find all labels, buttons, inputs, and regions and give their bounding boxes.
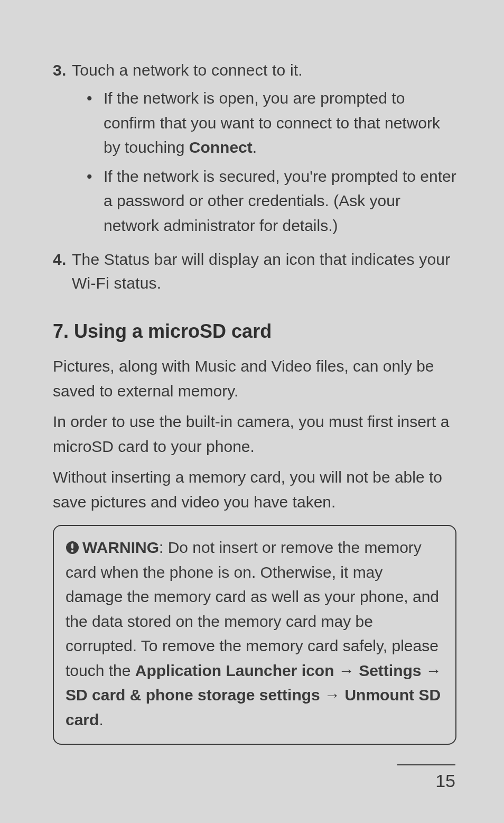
bullet-open-post: . <box>253 138 257 156</box>
svg-point-2 <box>71 550 73 552</box>
step-3-header: 3. Touch a network to connect to it. <box>53 58 456 82</box>
bullet-dot-icon: • <box>87 86 104 160</box>
warning-body-pre: : Do not insert or remove the memory car… <box>66 539 439 679</box>
bullet-secured-network: • If the network is secured, you're prom… <box>87 164 456 238</box>
step-3-text: Touch a network to connect to it. <box>72 58 303 82</box>
arrow-icon: → <box>334 662 359 679</box>
warning-icon <box>66 541 79 554</box>
step-3-number: 3. <box>53 58 72 82</box>
warning-path-settings: Settings <box>359 662 421 679</box>
bullet-dot-icon: • <box>87 164 104 238</box>
bullet-open-network: • If the network is open, you are prompt… <box>87 86 456 160</box>
step-3-bullets: • If the network is open, you are prompt… <box>53 86 456 238</box>
warning-title: WARNING <box>82 539 159 556</box>
section-p2: In order to use the built-in camera, you… <box>53 410 456 459</box>
bullet-secured-text: If the network is secured, you're prompt… <box>104 164 456 238</box>
step-4-text: The Status bar will display an icon that… <box>72 247 456 295</box>
footer-rule <box>397 764 455 765</box>
manual-page: 3. Touch a network to connect to it. • I… <box>0 0 504 823</box>
warning-period: . <box>99 711 103 728</box>
section-p1: Pictures, along with Music and Video fil… <box>53 354 456 403</box>
warning-path-storage: SD card & phone storage settings <box>66 686 320 704</box>
connect-label: Connect <box>189 138 253 156</box>
page-number: 15 <box>397 771 455 791</box>
step-4: 4. The Status bar will display an icon t… <box>53 247 456 295</box>
step-4-header: 4. The Status bar will display an icon t… <box>53 247 456 295</box>
section-heading-microsd: 7. Using a microSD card <box>53 320 456 343</box>
bullet-open-pre: If the network is open, you are prompted… <box>104 89 440 156</box>
step-4-number: 4. <box>53 247 72 295</box>
bullet-open-network-text: If the network is open, you are prompted… <box>104 86 456 160</box>
step-3: 3. Touch a network to connect to it. • I… <box>53 58 456 238</box>
svg-rect-1 <box>71 543 73 549</box>
section-p3: Without inserting a memory card, you wil… <box>53 465 456 514</box>
warning-box: WARNING: Do not insert or remove the mem… <box>53 525 456 745</box>
page-footer: 15 <box>397 764 455 791</box>
arrow-icon: → <box>320 686 345 704</box>
arrow-icon: → <box>422 662 442 679</box>
warning-path-launcher: Application Launcher icon <box>135 662 334 679</box>
